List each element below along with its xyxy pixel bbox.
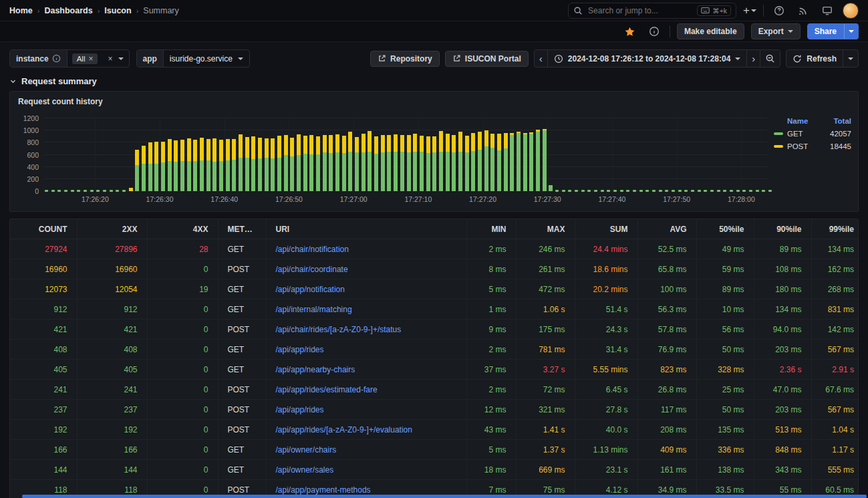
- table-cell: 57.8 ms: [637, 320, 696, 340]
- instance-value-chip[interactable]: All ×: [72, 53, 98, 64]
- uri-link-cell[interactable]: /api/owner/sales: [266, 460, 466, 480]
- uri-link-cell[interactable]: /api/chair/rides/[a-zA-Z0-9-]+/status: [266, 320, 466, 340]
- new-menu-button[interactable]: +: [743, 5, 756, 16]
- breadcrumb-dashboards[interactable]: Dashboards: [44, 6, 92, 15]
- table-cell: 180 ms: [754, 279, 811, 299]
- time-range-picker[interactable]: 2024-12-08 17:26:12 to 2024-12-08 17:28:…: [547, 50, 747, 67]
- bar-segment-get: [361, 152, 366, 191]
- column-header-4xx[interactable]: 4XX: [147, 219, 218, 239]
- user-avatar[interactable]: [843, 3, 859, 19]
- uri-link-cell[interactable]: /api/owner/chairs: [266, 440, 466, 460]
- column-header-count[interactable]: COUNT: [10, 219, 77, 239]
- table-cell: 555 ms: [811, 460, 859, 480]
- refresh-button[interactable]: Refresh: [786, 50, 843, 67]
- refresh-interval-button[interactable]: [843, 50, 858, 67]
- uri-link-cell[interactable]: /api/app/rides: [266, 400, 466, 420]
- table-cell: 2 ms: [466, 380, 516, 400]
- help-button[interactable]: [770, 2, 788, 19]
- x-gridline: [225, 118, 225, 191]
- bar-segment-post: [452, 135, 456, 152]
- legend-name-header[interactable]: Name: [787, 117, 829, 125]
- search-box[interactable]: ⌘+k: [568, 3, 736, 19]
- bar-segment-get: [284, 155, 288, 191]
- table-row: 4214210POST/api/chair/rides/[a-zA-Z0-9-]…: [10, 320, 859, 340]
- chevron-down-icon: [238, 57, 243, 60]
- time-shift-back-button[interactable]: ‹: [535, 50, 547, 67]
- favorite-star-button[interactable]: [621, 23, 639, 40]
- table-cell: 5 ms: [466, 279, 516, 299]
- bar-segment-post: [471, 133, 475, 150]
- share-button[interactable]: Share: [807, 23, 844, 39]
- app-variable-control: app isuride-go.service: [136, 49, 250, 68]
- column-header-avg[interactable]: AVG: [637, 219, 696, 239]
- repository-link-button[interactable]: Repository: [370, 51, 440, 67]
- table-cell: 135 ms: [696, 420, 754, 440]
- table-cell: 19: [147, 279, 218, 299]
- legend-series-name[interactable]: POST: [787, 142, 826, 150]
- table-cell: 18.6 mins: [575, 259, 637, 279]
- uri-link-cell[interactable]: /api/chair/notification: [266, 239, 466, 259]
- zoom-out-icon: [765, 53, 775, 64]
- chart-plot[interactable]: 02004006008001000120017:26:2017:26:3017:…: [43, 118, 767, 191]
- uri-link-cell[interactable]: /api/chair/coordinate: [266, 259, 466, 279]
- zero-value-dash: [568, 190, 571, 192]
- bar-segment-get: [258, 158, 262, 191]
- bar-segment-post: [465, 136, 469, 152]
- x-gridline: [741, 118, 742, 191]
- bar-segment-post: [329, 135, 333, 153]
- news-button[interactable]: [794, 2, 812, 19]
- column-header-uri[interactable]: URI: [266, 219, 466, 239]
- uri-link-cell[interactable]: /api/internal/matching: [266, 299, 466, 320]
- legend-total-header[interactable]: Total: [833, 117, 851, 125]
- table-cell: POST: [218, 380, 266, 400]
- table-cell: POST: [218, 420, 266, 440]
- y-axis-tick-label: 400: [27, 163, 39, 171]
- zoom-out-button[interactable]: [760, 50, 780, 67]
- chevron-down-icon: [849, 30, 854, 33]
- uri-link-cell[interactable]: /api/app/notification: [266, 279, 466, 299]
- app-value-select[interactable]: isuride-go.service: [164, 54, 249, 64]
- bar-segment-post: [400, 135, 404, 152]
- chart-legend: Name Total GET42057POST18445: [774, 114, 851, 152]
- legend-series-name[interactable]: GET: [787, 130, 826, 138]
- bar-segment-get: [174, 162, 178, 191]
- column-header-method[interactable]: METHOD: [218, 219, 266, 239]
- bar-segment-get: [232, 160, 236, 191]
- column-header-min[interactable]: MIN: [466, 219, 516, 239]
- table-cell: 175 ms: [516, 320, 575, 340]
- clear-all-icon[interactable]: ×: [108, 55, 112, 63]
- panel-info-button[interactable]: [645, 23, 663, 40]
- horizontal-scrollbar-thumb[interactable]: [22, 495, 867, 498]
- column-header-99-ile[interactable]: 99%ile: [811, 219, 859, 239]
- panel-title[interactable]: Request count history: [10, 92, 858, 106]
- bar-segment-post: [187, 138, 191, 161]
- table-cell: 246 ms: [516, 239, 575, 259]
- uri-link-cell[interactable]: /api/app/rides/estimated-fare: [266, 380, 466, 400]
- uri-link-cell[interactable]: /api/app/rides/[a-zA-Z0-9-]+/evaluation: [266, 420, 466, 440]
- column-header-90-ile[interactable]: 90%ile: [754, 219, 811, 239]
- uri-link-cell[interactable]: /api/app/rides: [266, 340, 466, 360]
- bar-segment-get: [452, 152, 456, 191]
- time-shift-forward-button[interactable]: ›: [746, 50, 760, 67]
- chevron-down-icon[interactable]: [118, 57, 124, 60]
- column-header-max[interactable]: MAX: [516, 219, 575, 239]
- bar-segment-get: [458, 152, 462, 191]
- breadcrumb-isucon[interactable]: Isucon: [104, 6, 131, 15]
- make-editable-button[interactable]: Make editable: [677, 23, 744, 39]
- bar-segment-get: [342, 153, 346, 191]
- search-input[interactable]: [587, 5, 693, 16]
- bar-segment-get: [309, 154, 313, 191]
- share-menu-button[interactable]: [844, 23, 859, 39]
- table-cell: 1.04 s: [811, 420, 859, 440]
- column-header-sum[interactable]: SUM: [575, 219, 637, 239]
- export-button[interactable]: Export: [751, 23, 801, 39]
- remove-value-icon[interactable]: ×: [88, 55, 93, 63]
- breadcrumb-home[interactable]: Home: [9, 6, 33, 15]
- uri-link-cell[interactable]: /api/app/nearby-chairs: [266, 360, 466, 380]
- section-request-summary[interactable]: Request summary: [9, 76, 859, 86]
- column-header-2xx[interactable]: 2XX: [77, 219, 147, 239]
- isucon-portal-link-button[interactable]: ISUCON Portal: [445, 51, 529, 67]
- display-button[interactable]: [819, 2, 836, 19]
- column-header-50-ile[interactable]: 50%ile: [696, 219, 754, 239]
- y-axis-tick-label: 600: [27, 151, 39, 159]
